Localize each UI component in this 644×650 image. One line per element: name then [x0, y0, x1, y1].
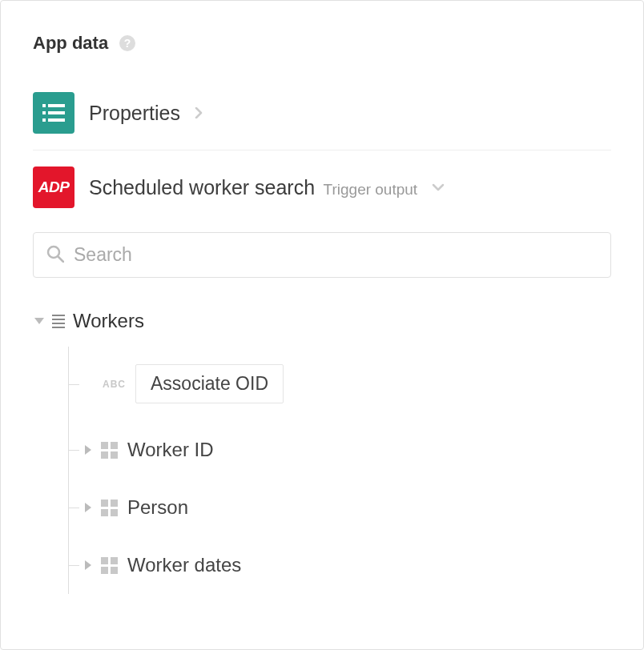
- search-input[interactable]: [74, 244, 598, 266]
- collapse-icon[interactable]: [34, 318, 44, 324]
- trigger-label: Scheduled worker search: [89, 176, 315, 199]
- chevron-right-icon: [195, 107, 203, 118]
- tree-item-pill[interactable]: Associate OID: [135, 364, 284, 403]
- object-icon: [101, 442, 118, 459]
- svg-rect-5: [48, 118, 65, 122]
- adp-icon: ADP: [33, 167, 74, 208]
- svg-point-6: [48, 247, 59, 258]
- panel-title: App data: [33, 33, 108, 54]
- svg-rect-1: [48, 104, 65, 107]
- expand-icon[interactable]: [85, 560, 91, 570]
- tree-children: ABC Associate OID Worker ID Person Work: [68, 347, 611, 594]
- trigger-row[interactable]: ADP Scheduled worker search Trigger outp…: [33, 150, 611, 224]
- list-lines-icon: [52, 315, 65, 328]
- svg-line-7: [58, 257, 63, 262]
- tree-item-worker-id[interactable]: Worker ID: [69, 421, 611, 479]
- svg-rect-4: [42, 118, 46, 122]
- tree-root-workers[interactable]: Workers: [34, 310, 611, 332]
- tree-item-person[interactable]: Person: [69, 479, 611, 536]
- tree-item-label: Worker dates: [127, 554, 241, 576]
- svg-rect-2: [42, 111, 46, 114]
- object-icon: [101, 557, 118, 574]
- chevron-down-icon: [432, 183, 445, 191]
- tree-item-label: Person: [127, 496, 188, 519]
- svg-rect-3: [48, 111, 65, 114]
- tree-item-label: Worker ID: [127, 439, 214, 461]
- type-badge-text: ABC: [103, 379, 126, 390]
- expand-icon[interactable]: [85, 445, 91, 455]
- help-icon[interactable]: ?: [119, 35, 135, 51]
- svg-rect-0: [42, 104, 46, 107]
- trigger-text-group: Scheduled worker search Trigger output: [89, 176, 417, 199]
- properties-icon: [33, 92, 74, 134]
- list-icon: [42, 104, 65, 122]
- data-tree: Workers ABC Associate OID Worker ID Pers…: [33, 310, 611, 594]
- panel-header: App data ?: [33, 33, 611, 54]
- trigger-sublabel: Trigger output: [324, 181, 418, 198]
- expand-icon[interactable]: [85, 503, 91, 512]
- search-icon: [46, 245, 64, 266]
- object-icon: [101, 500, 118, 516]
- search-box[interactable]: [33, 232, 611, 278]
- tree-root-label: Workers: [73, 310, 144, 332]
- tree-item-associate-oid[interactable]: ABC Associate OID: [69, 347, 611, 421]
- properties-label: Properties: [89, 102, 180, 125]
- properties-row[interactable]: Properties: [33, 76, 611, 150]
- tree-item-worker-dates[interactable]: Worker dates: [69, 536, 611, 594]
- adp-badge-text: ADP: [38, 179, 70, 196]
